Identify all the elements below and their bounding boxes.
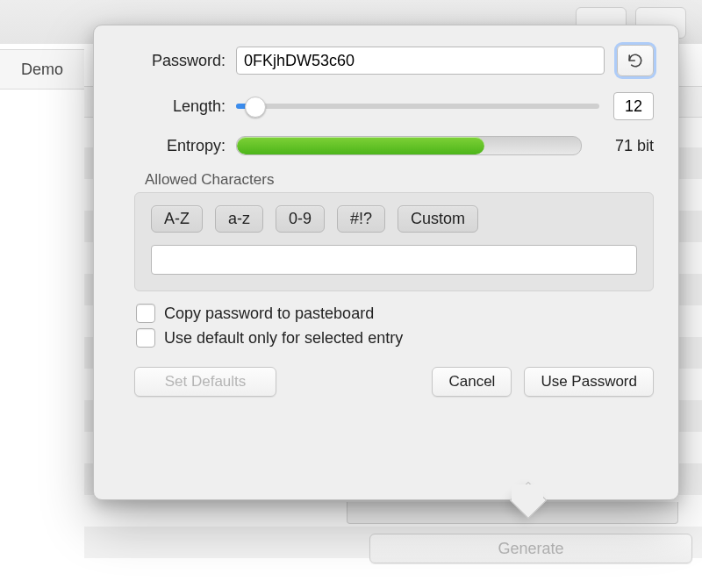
toggle-label: Custom	[411, 210, 465, 227]
toggle-custom[interactable]: Custom	[398, 205, 478, 233]
toggle-label: A-Z	[164, 210, 190, 227]
toggle-label: #!?	[350, 210, 372, 227]
popover-arrow	[515, 499, 540, 512]
sidebar-tab-label: Demo	[21, 61, 63, 79]
use-password-button[interactable]: Use Password	[524, 367, 654, 397]
password-generator-popover: Password: Length:	[93, 25, 679, 500]
entropy-meter	[236, 136, 582, 155]
generate-label: Generate	[498, 540, 563, 558]
checkbox-label: Use default only for selected entry	[164, 329, 403, 348]
default-for-selected-option[interactable]: Use default only for selected entry	[136, 328, 654, 348]
entropy-value: 71 bit	[598, 137, 654, 155]
toggle-lowercase[interactable]: a-z	[215, 205, 263, 233]
generate-panel: Generate	[329, 507, 678, 588]
toggle-symbols[interactable]: #!?	[337, 205, 385, 233]
cancel-button[interactable]: Cancel	[432, 367, 512, 397]
checkbox[interactable]	[136, 304, 155, 323]
password-field[interactable]	[236, 47, 605, 75]
generate-button[interactable]: Generate	[369, 534, 692, 563]
toggle-uppercase[interactable]: A-Z	[151, 205, 203, 233]
length-slider[interactable]	[236, 96, 599, 117]
custom-chars-field[interactable]	[151, 245, 637, 275]
button-label: Cancel	[448, 373, 495, 391]
sidebar: Demo	[0, 44, 85, 588]
slider-thumb[interactable]	[245, 97, 266, 118]
length-label: Length:	[118, 97, 236, 116]
allowed-chars-title: Allowed Characters	[145, 171, 654, 189]
copy-to-pasteboard-option[interactable]: Copy password to pasteboard	[136, 304, 654, 323]
toggle-digits[interactable]: 0-9	[276, 205, 325, 233]
toggle-label: 0-9	[289, 210, 312, 227]
checkbox-label: Copy password to pasteboard	[164, 305, 374, 323]
sidebar-tab-demo[interactable]: Demo	[0, 49, 84, 90]
button-label: Use Password	[541, 373, 637, 391]
length-field[interactable]	[613, 92, 654, 120]
set-defaults-button[interactable]: Set Defaults	[134, 367, 276, 397]
refresh-icon	[627, 53, 643, 68]
allowed-chars-panel: A-Z a-z 0-9 #!? Custom	[134, 192, 654, 291]
entropy-label: Entropy:	[118, 137, 236, 155]
password-label: Password:	[118, 52, 236, 70]
checkbox[interactable]	[136, 328, 155, 348]
toggle-label: a-z	[228, 210, 250, 227]
regenerate-button[interactable]	[617, 45, 654, 76]
button-label: Set Defaults	[165, 373, 247, 391]
